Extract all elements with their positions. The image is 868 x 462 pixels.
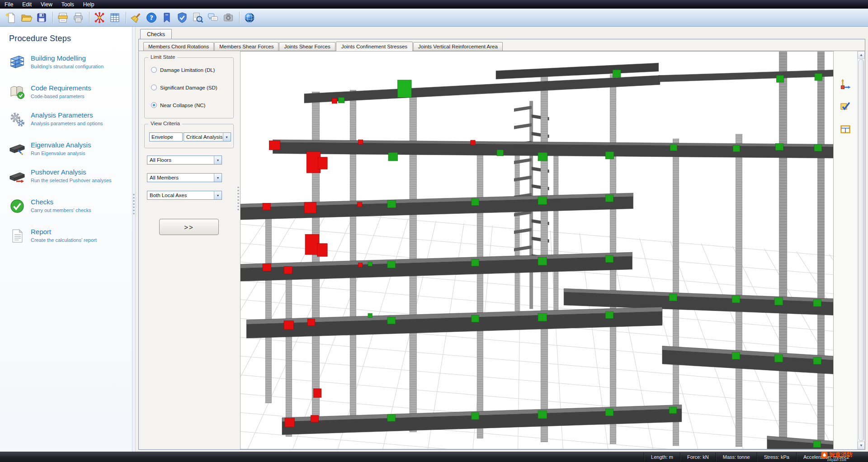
floors-select[interactable]: All Floors ▼ xyxy=(147,156,222,165)
subtab-members-chord-rotations[interactable]: Members Chord Rotations xyxy=(143,42,214,51)
sidebar-item-eigenvalue-analysis[interactable]: Eigenvalue Analysis Run Eigenvalue analy… xyxy=(9,141,127,157)
sidebar-item-desc: Carry out members' checks xyxy=(31,207,91,213)
menu-help[interactable]: Help xyxy=(79,1,99,8)
vertical-scrollbar[interactable]: ▲ ▼ xyxy=(857,51,865,449)
limit-state-group: Limit State Damage Limitation (DL) Signi… xyxy=(144,57,234,118)
page-setup-icon[interactable] xyxy=(56,10,70,25)
chevron-down-icon[interactable]: ▼ xyxy=(214,191,222,199)
radio-label: Damage Limitation (DL) xyxy=(160,67,215,73)
floors-select-value: All Floors xyxy=(147,157,214,163)
sidebar-splitter[interactable] xyxy=(132,27,136,452)
window-frame-icon[interactable] xyxy=(839,123,852,136)
subtab-joints-confinement-stresses[interactable]: Joints Confinement Stresses xyxy=(336,42,413,51)
sidebar-item-label: Code Requirements xyxy=(31,84,91,92)
subtab-members-shear-forces[interactable]: Members Shear Forces xyxy=(214,42,278,51)
menu-view[interactable]: View xyxy=(36,1,57,8)
radio-damage-limitation[interactable]: Damage Limitation (DL) xyxy=(151,67,229,73)
radio-circle[interactable] xyxy=(151,67,157,73)
data-tables-icon[interactable] xyxy=(108,10,122,25)
menu-edit[interactable]: Edit xyxy=(18,1,36,8)
model-settings-icon[interactable] xyxy=(92,10,107,25)
floor-slabs xyxy=(241,63,833,449)
view-criteria-title: View Criteria xyxy=(148,121,182,126)
snapshot-icon[interactable] xyxy=(221,10,236,25)
limit-state-title: Limit State xyxy=(148,54,177,60)
sidebar-item-report[interactable]: Report Create the calculations' report xyxy=(9,228,127,244)
save-icon[interactable] xyxy=(34,10,49,25)
report-icon xyxy=(9,228,25,244)
members-select-value: All Members xyxy=(147,175,214,180)
print-icon[interactable] xyxy=(71,10,85,25)
subtab-joints-shear-forces[interactable]: Joints Shear Forces xyxy=(279,42,335,51)
members-select[interactable]: All Members ▼ xyxy=(147,173,222,182)
sidebar-item-label: Checks xyxy=(31,198,91,206)
splitter-handle xyxy=(238,187,239,212)
radio-label: Significant Damage (SD) xyxy=(160,85,217,90)
apply-button[interactable]: >> xyxy=(159,219,219,235)
analysis-select-value: Critical Analysis xyxy=(184,134,223,140)
globe-icon[interactable] xyxy=(242,10,257,25)
help-icon[interactable]: ? xyxy=(144,10,159,25)
open-folder-icon[interactable] xyxy=(19,10,33,25)
structure-3d-view[interactable] xyxy=(240,51,834,449)
certificate-icon[interactable] xyxy=(175,10,189,25)
splitter-handle xyxy=(133,194,135,215)
sidebar-item-desc: Run the selected Pushover analyses xyxy=(31,178,112,183)
feedback-icon[interactable] xyxy=(206,10,220,25)
procedure-steps-sidebar: Procedure Steps Building Modelling Build… xyxy=(0,27,132,452)
chevron-down-icon[interactable]: ▼ xyxy=(223,133,231,141)
toolbar-separator xyxy=(239,12,240,24)
checks-display-icon[interactable] xyxy=(839,100,852,113)
structure-3d-scene xyxy=(241,52,833,449)
watermark-icon xyxy=(821,452,828,458)
sidebar-item-label: Eigenvalue Analysis xyxy=(31,141,91,149)
search-icon[interactable] xyxy=(190,10,205,25)
analysis-parameters-icon xyxy=(9,111,25,127)
analysis-select[interactable]: Critical Analysis ▼ xyxy=(184,132,231,141)
checks-control-panel: Limit State Damage Limitation (DL) Signi… xyxy=(139,51,236,449)
main-toolbar: ? xyxy=(0,9,868,27)
panel-splitter[interactable] xyxy=(236,51,240,449)
sidebar-item-label: Report xyxy=(31,228,97,236)
page-tabs: Checks xyxy=(138,28,865,39)
pushover-analysis-icon xyxy=(9,168,25,184)
sidebar-item-pushover-analysis[interactable]: Pushover Analysis Run the selected Pusho… xyxy=(9,168,127,184)
tab-checks[interactable]: Checks xyxy=(140,29,172,39)
sidebar-item-label: Analysis Parameters xyxy=(31,111,103,119)
building-modelling-icon xyxy=(9,54,25,71)
view-tools-rail xyxy=(834,51,857,449)
watermark: 智查消防 zmjiaxf.com xyxy=(821,451,853,462)
watermark-title: 智查消防 xyxy=(829,451,853,459)
chevron-down-icon[interactable]: ▼ xyxy=(214,174,222,182)
sidebar-title: Procedure Steps xyxy=(9,34,127,43)
checks-subtabs: Members Chord Rotations Members Shear Fo… xyxy=(139,39,865,51)
menu-file[interactable]: File xyxy=(0,1,18,8)
radio-circle[interactable] xyxy=(151,85,157,90)
bookmark-icon[interactable] xyxy=(160,10,174,25)
chevron-down-icon[interactable]: ▼ xyxy=(214,156,222,164)
status-stress-unit: Stress: kPa xyxy=(757,453,796,462)
subtab-joints-vertical-reinforcement-area[interactable]: Joints Vertical Reinforcement Area xyxy=(413,42,503,51)
scroll-down-icon[interactable]: ▼ xyxy=(858,442,865,449)
sidebar-item-desc: Code-based parameters xyxy=(31,94,91,99)
radio-significant-damage[interactable]: Significant Damage (SD) xyxy=(151,85,229,90)
envelope-field[interactable] xyxy=(149,132,183,141)
radio-near-collapse[interactable]: Near Collapse (NC) xyxy=(151,102,229,108)
sidebar-item-building-modelling[interactable]: Building Modelling Building's structural… xyxy=(9,54,127,71)
axes-select[interactable]: Both Local Axes ▼ xyxy=(147,191,222,200)
menu-tools[interactable]: Tools xyxy=(57,1,79,8)
toolbar-separator xyxy=(89,12,90,24)
scroll-up-icon[interactable]: ▲ xyxy=(858,51,865,59)
radio-circle[interactable] xyxy=(151,102,157,108)
eigenvalue-analysis-icon xyxy=(9,141,25,157)
sidebar-item-analysis-parameters[interactable]: Analysis Parameters Analysis parameters … xyxy=(9,111,127,127)
orientation-axes-icon[interactable] xyxy=(839,77,852,91)
axes-select-value: Both Local Axes xyxy=(147,193,214,198)
clean-icon[interactable] xyxy=(129,10,143,25)
status-bar: Length: m Force: kN Mass: tonne Stress: … xyxy=(0,452,868,462)
scrollbar-thumb[interactable] xyxy=(859,59,864,441)
sidebar-item-checks[interactable]: Checks Carry out members' checks xyxy=(9,198,127,214)
sidebar-item-code-requirements[interactable]: Code Requirements Code-based parameters xyxy=(9,84,127,100)
new-file-icon[interactable] xyxy=(4,10,18,25)
checks-workspace: Limit State Damage Limitation (DL) Signi… xyxy=(139,51,865,449)
